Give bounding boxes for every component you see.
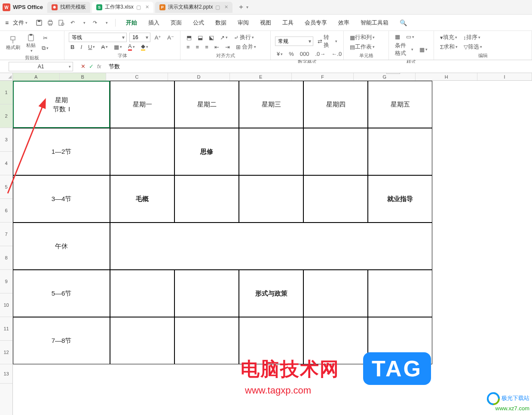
menu-tab-member[interactable]: 会员专享 <box>303 19 329 27</box>
cell[interactable]: 3—4节 <box>13 175 110 223</box>
save-icon[interactable] <box>34 18 44 27</box>
cell[interactable]: 午休 <box>13 223 110 270</box>
hamburger-icon[interactable]: ≡ <box>5 19 9 26</box>
conditional-format-button[interactable]: 条件格式 <box>393 41 415 58</box>
cell[interactable]: 星期二 <box>174 81 239 128</box>
cell[interactable]: 思修 <box>174 128 239 175</box>
print-preview-icon[interactable] <box>57 18 66 27</box>
increase-decimal-icon[interactable]: .0→ <box>314 50 327 58</box>
format-table-icon[interactable]: ▦ <box>393 33 402 41</box>
titlebar-tab-templates[interactable]: ✹ 找稻壳模板 <box>47 2 90 13</box>
cell[interactable]: 星期四 <box>303 81 368 128</box>
cell[interactable]: 毛概 <box>110 175 174 223</box>
close-icon[interactable]: ✕ <box>145 4 149 10</box>
close-icon[interactable]: ✕ <box>224 4 228 10</box>
cell[interactable]: 就业指导 <box>368 175 432 223</box>
cell[interactable] <box>174 270 239 317</box>
menu-tab-view[interactable]: 视图 <box>258 19 273 27</box>
indent-decrease-icon[interactable]: ⇤ <box>213 43 221 51</box>
cell[interactable]: 形式与政策 <box>239 270 303 317</box>
cell[interactable] <box>368 128 432 175</box>
cell[interactable] <box>110 128 174 175</box>
merge-button[interactable]: ⊞合并 <box>234 42 258 52</box>
col-header-C[interactable]: C <box>106 73 168 80</box>
menu-tab-insert[interactable]: 插入 <box>147 19 161 27</box>
align-bottom-icon[interactable]: ⬕ <box>207 34 216 42</box>
col-header-A[interactable]: A <box>13 73 60 80</box>
fill-color-icon[interactable]: ◆ <box>139 42 150 52</box>
menu-tab-formula[interactable]: 公式 <box>191 19 206 27</box>
col-header-B[interactable]: B <box>60 73 107 80</box>
fx-icon[interactable]: fx <box>97 64 101 70</box>
orientation-icon[interactable]: ↗ <box>218 34 229 42</box>
col-header-G[interactable]: G <box>354 73 416 80</box>
row-header-10[interactable]: 10 <box>0 293 12 317</box>
row-header-11[interactable]: 11 <box>0 317 12 341</box>
col-header-H[interactable]: H <box>416 73 477 80</box>
underline-icon[interactable]: U <box>86 43 97 51</box>
menu-tab-page[interactable]: 页面 <box>169 19 183 27</box>
menu-tab-home[interactable]: 开始 <box>124 19 139 27</box>
table-style-icon[interactable]: ▦ <box>418 46 429 54</box>
align-middle-icon[interactable]: ⬓ <box>196 34 205 42</box>
file-menu[interactable]: 文件▾ <box>13 19 28 27</box>
menu-tab-toolbox[interactable]: 智能工具箱 <box>359 19 390 27</box>
align-left-icon[interactable]: ≡ <box>185 43 192 51</box>
comma-icon[interactable]: 000 <box>298 50 311 58</box>
fill-button[interactable]: ▾ 填充 <box>438 33 459 42</box>
col-header-F[interactable]: F <box>292 73 354 80</box>
new-tab-dropdown[interactable]: ▾ <box>246 5 248 9</box>
row-header-8[interactable]: 8 <box>0 246 12 270</box>
cell[interactable] <box>110 223 432 270</box>
rowcol-button[interactable]: ▦ 行和列 <box>348 33 376 42</box>
sum-button[interactable]: Σ 求和 <box>438 42 459 52</box>
row-header-3[interactable]: 3 <box>0 128 12 152</box>
menu-tab-efficiency[interactable]: 效率 <box>336 19 351 27</box>
menu-tab-data[interactable]: 数据 <box>214 19 228 27</box>
font-size-select[interactable]: ▾ <box>129 33 150 42</box>
bold-icon[interactable]: B <box>69 43 76 51</box>
strikethrough-icon[interactable]: A <box>99 43 110 51</box>
format-painter-button[interactable]: 格式刷 <box>4 35 22 52</box>
titlebar-tab-presentation[interactable]: P 演示文稿素材2.pptx ▢ ✕ <box>155 2 233 13</box>
cell[interactable]: 星期一 <box>110 81 174 128</box>
print-icon[interactable] <box>46 18 55 27</box>
font-color-icon[interactable]: A <box>126 42 137 52</box>
currency-icon[interactable]: ¥ <box>275 50 284 58</box>
name-box[interactable]: A1▾ <box>9 62 73 71</box>
search-icon[interactable]: 🔍 <box>400 19 407 26</box>
cell[interactable]: 星期五 <box>368 81 432 128</box>
formula-input[interactable] <box>105 63 532 70</box>
col-header-I[interactable]: I <box>477 73 532 80</box>
cell[interactable] <box>303 175 368 223</box>
align-center-icon[interactable]: ≡ <box>194 43 201 51</box>
align-top-icon[interactable]: ⬒ <box>185 34 193 42</box>
worksheet-button[interactable]: ▤ 工作表 <box>348 42 376 52</box>
accept-icon[interactable]: ✓ <box>89 63 94 70</box>
row-header-1[interactable]: 1 <box>0 81 12 104</box>
decrease-font-icon[interactable]: A⁻ <box>165 34 176 42</box>
cell[interactable] <box>110 317 174 364</box>
borders-icon[interactable]: ▦ <box>112 43 124 51</box>
row-header-5[interactable]: 5 <box>0 175 12 199</box>
row-header-13[interactable]: 13 <box>0 364 12 384</box>
col-header-E[interactable]: E <box>230 73 292 80</box>
copy-icon[interactable]: ⧉ <box>40 44 50 52</box>
row-header-2[interactable]: 2 <box>0 104 12 128</box>
row-header-6[interactable]: 6 <box>0 199 12 223</box>
select-all-corner[interactable] <box>0 73 13 81</box>
cell[interactable] <box>303 270 368 317</box>
column-filter-dropdown[interactable]: ▾ <box>386 73 400 74</box>
increase-font-icon[interactable]: A⁺ <box>153 34 163 42</box>
cell[interactable]: 1—2节 <box>13 128 110 175</box>
convert-button[interactable]: ⇄转换 <box>316 33 339 50</box>
undo-dropdown[interactable] <box>79 18 89 27</box>
cell[interactable]: 5—6节 <box>13 270 110 317</box>
row-header-7[interactable]: 7 <box>0 223 12 246</box>
new-tab-button[interactable]: ＋ <box>238 3 245 12</box>
cell[interactable]: 7—8节 <box>13 317 110 364</box>
font-name-select[interactable]: ▾ <box>69 33 127 42</box>
col-header-D[interactable]: D <box>168 73 230 80</box>
filter-button[interactable]: ▽ 筛选 <box>462 42 484 52</box>
cell-style-icon[interactable]: ▭ <box>404 33 416 41</box>
